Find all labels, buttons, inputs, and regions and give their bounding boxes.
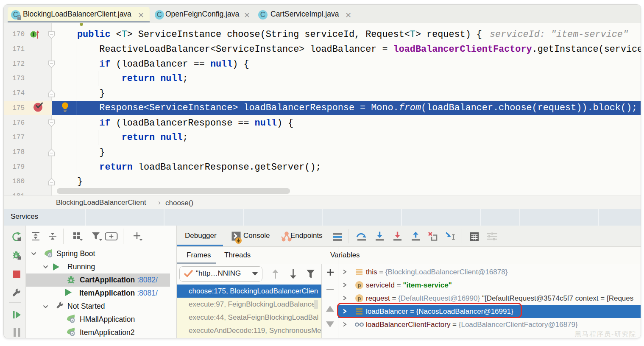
svg-text:p: p — [358, 282, 361, 288]
svg-text:p: p — [358, 295, 361, 301]
